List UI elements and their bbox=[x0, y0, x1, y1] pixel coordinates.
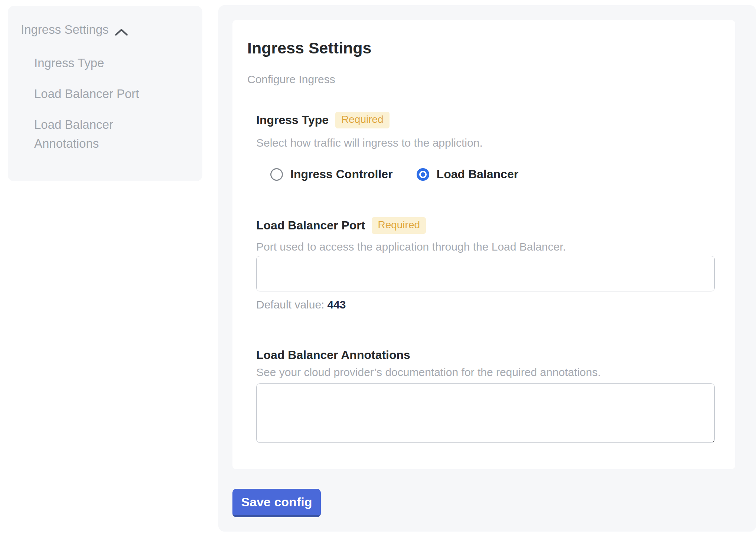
page-subtitle: Configure Ingress bbox=[247, 71, 714, 88]
radio-ingress-controller[interactable]: Ingress Controller bbox=[270, 167, 393, 181]
sidebar-item-load-balancer-annotations[interactable]: Load Balancer Annotations bbox=[34, 115, 146, 153]
radio-label-load-balancer: Load Balancer bbox=[437, 167, 519, 181]
field-label-load-balancer-port: Load Balancer Port bbox=[256, 219, 365, 232]
save-config-button-label: Save config bbox=[241, 495, 312, 509]
sidebar-group-label: Ingress Settings bbox=[21, 22, 109, 37]
section-ingress-type: Ingress TypeRequired Select how traffic … bbox=[256, 111, 714, 181]
radio-circle-unchecked-icon[interactable] bbox=[270, 168, 283, 181]
ingress-type-radio-group: Ingress Controller Load Balancer bbox=[270, 167, 714, 181]
section-load-balancer-port: Load Balancer PortRequired Port used to … bbox=[256, 217, 714, 311]
field-description-load-balancer-annotations: See your cloud provider’s documentation … bbox=[256, 364, 714, 380]
sidebar-item-ingress-type[interactable]: Ingress Type bbox=[34, 53, 146, 72]
radio-label-ingress-controller: Ingress Controller bbox=[290, 167, 393, 181]
sidebar-items: Ingress Type Load Balancer Port Load Bal… bbox=[34, 53, 191, 153]
field-label-ingress-type: Ingress Type bbox=[256, 113, 329, 127]
fields-group: Ingress TypeRequired Select how traffic … bbox=[256, 111, 714, 443]
radio-circle-checked-icon[interactable] bbox=[417, 168, 429, 181]
default-value-label: Default value: bbox=[256, 298, 324, 311]
default-value-row: Default value:443 bbox=[256, 298, 714, 311]
load-balancer-annotations-textarea[interactable] bbox=[256, 383, 715, 443]
field-description-ingress-type: Select how traffic will ingress to the a… bbox=[256, 135, 714, 151]
settings-nav-sidebar: Ingress Settings Ingress Type Load Balan… bbox=[8, 6, 202, 181]
sidebar-item-load-balancer-port[interactable]: Load Balancer Port bbox=[34, 84, 146, 103]
save-config-button[interactable]: Save config bbox=[232, 489, 321, 517]
chevron-up-icon[interactable] bbox=[115, 25, 128, 34]
page-title: Ingress Settings bbox=[247, 39, 714, 57]
required-badge: Required bbox=[335, 112, 390, 128]
default-value: 443 bbox=[327, 298, 346, 311]
sidebar-group-ingress-settings[interactable]: Ingress Settings bbox=[21, 22, 191, 37]
radio-load-balancer[interactable]: Load Balancer bbox=[417, 167, 519, 181]
section-load-balancer-annotations: Load Balancer Annotations See your cloud… bbox=[256, 346, 714, 443]
required-badge: Required bbox=[372, 217, 426, 234]
load-balancer-port-input[interactable] bbox=[256, 256, 715, 291]
field-label-load-balancer-annotations: Load Balancer Annotations bbox=[256, 348, 410, 362]
settings-panel: Ingress Settings Configure Ingress Ingre… bbox=[218, 5, 756, 532]
field-description-load-balancer-port: Port used to access the application thro… bbox=[256, 239, 714, 255]
ingress-settings-card: Ingress Settings Configure Ingress Ingre… bbox=[232, 20, 735, 469]
